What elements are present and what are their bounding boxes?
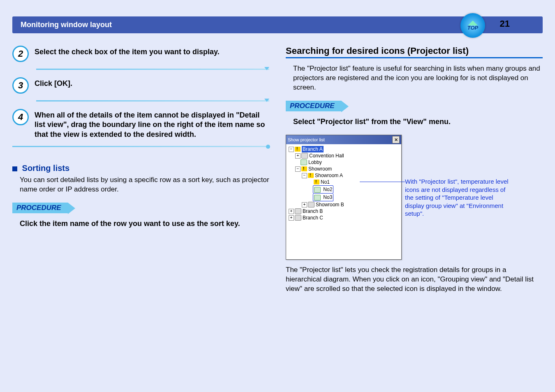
expand-icon[interactable]: + bbox=[289, 209, 294, 214]
square-bullet-icon bbox=[12, 166, 17, 171]
separator bbox=[36, 100, 269, 101]
view-instruction: Select "Projector list" from the "View" … bbox=[293, 117, 543, 127]
window-title: Show projector list bbox=[288, 137, 325, 142]
group-icon bbox=[295, 208, 301, 214]
tree-no1[interactable]: No1 bbox=[289, 179, 399, 185]
header-title: Monitoring window layout bbox=[21, 21, 112, 29]
top-label: TOP bbox=[467, 25, 479, 31]
tree-no3[interactable]: No3 bbox=[289, 194, 399, 201]
tree-showroom-b[interactable]: + Showroom B bbox=[289, 201, 399, 208]
tree-branch-b[interactable]: + Branch B bbox=[289, 208, 399, 214]
step-number: 4 bbox=[12, 109, 29, 125]
expand-icon[interactable]: + bbox=[302, 202, 307, 208]
projector-icon bbox=[314, 187, 321, 193]
heading-underline bbox=[286, 57, 543, 58]
callout-note: With "Projector list", temperature level… bbox=[405, 178, 512, 218]
projector-icon bbox=[301, 159, 307, 165]
expand-icon[interactable]: + bbox=[295, 153, 301, 159]
warning-icon bbox=[308, 173, 314, 178]
page-number: 21 bbox=[500, 18, 510, 29]
close-button[interactable]: ✕ bbox=[392, 136, 400, 143]
callout-highlight: No2 bbox=[313, 185, 333, 194]
step-2: 2 Select the check box of the item you w… bbox=[12, 46, 269, 62]
callout-line bbox=[360, 182, 405, 182]
tree-showroom[interactable]: − Showroom bbox=[289, 166, 399, 172]
tree-label: Branch B bbox=[303, 208, 323, 214]
sorting-body-text: You can sort detailed lists by using a s… bbox=[20, 175, 269, 194]
collapse-icon[interactable]: − bbox=[289, 147, 294, 152]
tree-convention-hall[interactable]: + Convention Hall bbox=[289, 152, 399, 159]
procedure-badge: PROCEDURE bbox=[12, 203, 68, 213]
section-heading: Searching for desired icons (Projector l… bbox=[286, 46, 543, 56]
step-text: Click [OK]. bbox=[35, 77, 72, 88]
step-number: 3 bbox=[12, 77, 29, 94]
step-3: 3 Click [OK]. bbox=[12, 77, 269, 94]
warning-icon bbox=[314, 180, 319, 184]
step-text: Select the check box of the item you wan… bbox=[35, 46, 220, 57]
collapse-icon[interactable]: − bbox=[302, 173, 307, 178]
header-bar: Monitoring window layout TOP 21 bbox=[12, 16, 543, 33]
expand-icon[interactable]: + bbox=[289, 215, 294, 221]
step-number: 2 bbox=[12, 46, 29, 62]
after-text: The "Projector list" lets you check the … bbox=[286, 265, 543, 294]
step-text: When all of the details of the item cann… bbox=[35, 109, 269, 139]
tree-label: Lobby bbox=[308, 159, 322, 166]
procedure-badge: PROCEDURE bbox=[286, 101, 341, 111]
separator bbox=[36, 69, 269, 70]
tree-showroom-a[interactable]: − Showroom A bbox=[289, 172, 399, 179]
projector-list-window: Show projector list ✕ − Branch A + bbox=[286, 135, 402, 260]
collapse-icon[interactable]: − bbox=[295, 166, 301, 172]
tree-label: Branch C bbox=[303, 214, 323, 221]
sorting-instruction: Click the item name of the row you want … bbox=[20, 219, 269, 228]
tree-label: No1 bbox=[321, 179, 330, 185]
warning-icon bbox=[301, 166, 307, 171]
tree-label-selected: Branch A bbox=[302, 146, 324, 152]
window-titlebar: Show projector list ✕ bbox=[286, 135, 401, 144]
step-4: 4 When all of the details of the item ca… bbox=[12, 109, 269, 139]
callout-highlight: No3 bbox=[313, 194, 333, 201]
intro-text: The "Projector list" feature is useful f… bbox=[293, 64, 543, 92]
tree-label: No2 bbox=[323, 187, 332, 192]
tree-label: Showroom A bbox=[315, 172, 343, 179]
tree-branch-c[interactable]: + Branch C bbox=[289, 214, 399, 221]
tree-label: No3 bbox=[323, 194, 332, 200]
warning-icon bbox=[295, 147, 301, 152]
group-icon bbox=[295, 215, 301, 221]
group-icon bbox=[301, 153, 308, 159]
separator-end bbox=[12, 146, 269, 147]
tree-lobby[interactable]: Lobby bbox=[289, 159, 399, 166]
top-button[interactable]: TOP bbox=[460, 13, 485, 38]
heading-text: Sorting lists bbox=[22, 164, 70, 173]
tree-no2[interactable]: No2 bbox=[289, 185, 399, 194]
sorting-lists-heading: Sorting lists bbox=[12, 164, 269, 173]
tree-label: Showroom bbox=[308, 166, 332, 172]
tree-label: Showroom B bbox=[316, 201, 344, 208]
tree-branch-a[interactable]: − Branch A bbox=[289, 146, 399, 152]
tree-label: Convention Hall bbox=[309, 152, 344, 159]
tree-view[interactable]: − Branch A + Convention Hall bbox=[286, 144, 401, 259]
group-icon bbox=[308, 202, 314, 208]
projector-icon bbox=[314, 195, 321, 201]
